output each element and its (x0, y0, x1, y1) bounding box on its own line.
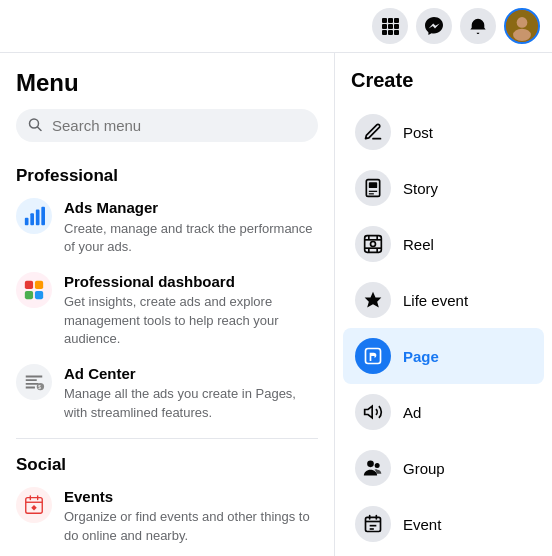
life-event-icon (355, 282, 391, 318)
avatar[interactable] (504, 8, 540, 44)
create-item-story[interactable]: Story (343, 160, 544, 216)
ads-manager-icon (16, 198, 52, 234)
create-item-event[interactable]: Event (343, 496, 544, 552)
ads-manager-text: Ads Manager Create, manage and track the… (64, 198, 318, 256)
page-label: Page (403, 348, 439, 365)
create-item-reel[interactable]: Reel (343, 216, 544, 272)
svg-rect-18 (25, 281, 33, 289)
right-panel: Create Post Story (335, 53, 552, 556)
reel-icon (355, 226, 391, 262)
ad-label: Ad (403, 404, 421, 421)
post-label: Post (403, 124, 433, 141)
grid-icon (381, 17, 399, 35)
ad-center-title: Ad Center (64, 364, 318, 384)
professional-dashboard-text: Professional dashboard Get insights, cre… (64, 272, 318, 348)
svg-rect-8 (394, 30, 399, 35)
menu-title: Menu (8, 69, 326, 109)
svg-rect-5 (394, 24, 399, 29)
create-item-marketplace[interactable]: Marketplace (343, 552, 544, 556)
create-item-post[interactable]: Post (343, 104, 544, 160)
svg-point-10 (517, 17, 528, 28)
events-desc: Organize or find events and other things… (64, 508, 318, 544)
svg-point-11 (513, 29, 531, 41)
svg-rect-7 (388, 30, 393, 35)
create-title: Create (343, 69, 544, 104)
events-text: Events Organize or find events and other… (64, 487, 318, 545)
search-icon (28, 117, 42, 134)
ad-center-text: Ad Center Manage all the ads you create … (64, 364, 318, 422)
svg-line-13 (38, 127, 42, 131)
grid-icon-button[interactable] (372, 8, 408, 44)
svg-rect-0 (382, 18, 387, 23)
section-label-social: Social (8, 447, 326, 479)
left-panel: Menu Professional (0, 53, 335, 556)
menu-item-events[interactable]: Events Organize or find events and other… (8, 479, 326, 553)
professional-dashboard-title: Professional dashboard (64, 272, 318, 292)
create-item-page[interactable]: Page (343, 328, 544, 384)
svg-rect-3 (382, 24, 387, 29)
ad-icon (355, 394, 391, 430)
story-icon (355, 170, 391, 206)
search-container (16, 109, 318, 142)
events-title: Events (64, 487, 318, 507)
post-icon (355, 114, 391, 150)
svg-rect-17 (41, 207, 45, 225)
svg-rect-6 (382, 30, 387, 35)
svg-rect-1 (388, 18, 393, 23)
reel-label: Reel (403, 236, 434, 253)
main-layout: Menu Professional (0, 53, 552, 556)
professional-dashboard-icon (16, 272, 52, 308)
svg-rect-4 (388, 24, 393, 29)
svg-point-47 (375, 463, 380, 468)
event-label: Event (403, 516, 441, 533)
ads-manager-desc: Create, manage and track the performance… (64, 220, 318, 256)
ads-manager-title: Ads Manager (64, 198, 318, 218)
divider-professional-social (16, 438, 318, 439)
svg-rect-20 (25, 291, 33, 299)
create-item-group[interactable]: Group (343, 440, 544, 496)
ad-center-desc: Manage all the ads you create in Pages, … (64, 385, 318, 421)
group-label: Group (403, 460, 445, 477)
svg-marker-43 (365, 292, 382, 308)
svg-rect-32 (369, 182, 377, 188)
event-icon (355, 506, 391, 542)
group-icon (355, 450, 391, 486)
create-item-life-event[interactable]: Life event (343, 272, 544, 328)
page-icon (355, 338, 391, 374)
bell-icon-button[interactable] (460, 8, 496, 44)
svg-rect-19 (35, 281, 43, 289)
life-event-label: Life event (403, 292, 468, 309)
menu-item-ads-manager[interactable]: Ads Manager Create, manage and track the… (8, 190, 326, 264)
ad-center-icon: $ (16, 364, 52, 400)
svg-rect-2 (394, 18, 399, 23)
svg-rect-14 (25, 218, 29, 225)
events-icon (16, 487, 52, 523)
messenger-icon-button[interactable] (416, 8, 452, 44)
search-input[interactable] (16, 109, 318, 142)
top-nav (0, 0, 552, 53)
section-label-professional: Professional (8, 158, 326, 190)
menu-item-professional-dashboard[interactable]: Professional dashboard Get insights, cre… (8, 264, 326, 356)
bell-icon (469, 17, 487, 35)
create-item-ad[interactable]: Ad (343, 384, 544, 440)
svg-rect-35 (365, 236, 382, 253)
svg-point-46 (367, 461, 374, 468)
menu-item-ad-center[interactable]: $ Ad Center Manage all the ads you creat… (8, 356, 326, 430)
svg-rect-21 (35, 291, 43, 299)
story-label: Story (403, 180, 438, 197)
svg-marker-28 (31, 505, 37, 511)
professional-dashboard-desc: Get insights, create ads and explore man… (64, 293, 318, 348)
svg-rect-15 (30, 213, 34, 225)
messenger-icon (424, 16, 444, 36)
svg-rect-16 (36, 210, 40, 226)
svg-point-36 (371, 242, 376, 247)
svg-marker-45 (365, 406, 373, 418)
